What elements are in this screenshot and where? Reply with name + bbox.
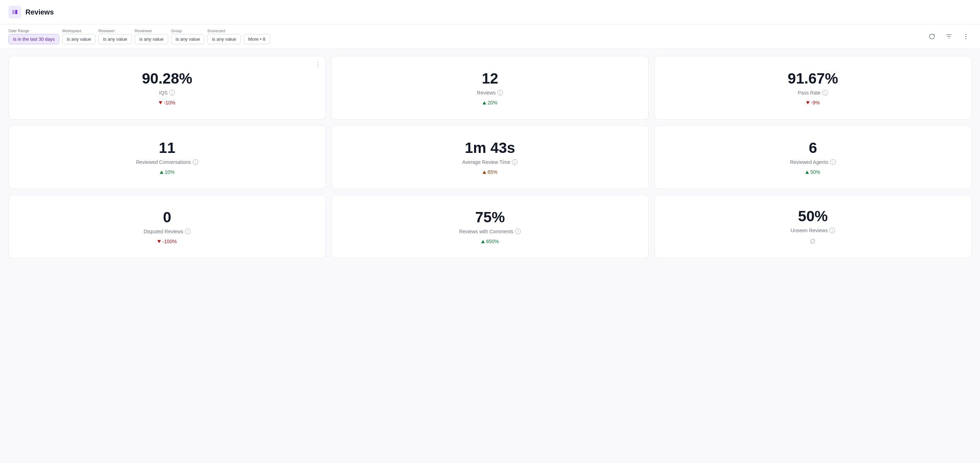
metric-change: 10% xyxy=(160,169,175,175)
reviewee-label: Reviewee xyxy=(135,29,168,33)
metric-label: Average Review Time i xyxy=(463,159,518,165)
svg-point-3 xyxy=(966,36,967,37)
scorecard-filter-group: Scorecard is any value xyxy=(207,29,241,44)
down-arrow-icon xyxy=(806,101,810,104)
metric-change: -10% xyxy=(159,100,175,105)
metric-value: 0 xyxy=(163,209,171,226)
svg-rect-1 xyxy=(15,10,18,14)
metric-value: 50% xyxy=(798,208,827,225)
filters-actions xyxy=(926,31,972,42)
up-arrow-icon xyxy=(160,171,163,174)
svg-point-2 xyxy=(966,34,967,35)
date-range-filter-group: Date Range is in the last 30 days xyxy=(8,29,59,44)
metric-card-pass-rate: 91.67% Pass Rate i -9% xyxy=(654,56,972,120)
metric-label: Disputed Reviews i xyxy=(143,229,191,234)
metric-card-iqs: ⋮ 90.28% IQS i -10% xyxy=(8,56,326,120)
metric-label: Pass Rate i xyxy=(798,90,828,96)
metric-change: 20% xyxy=(482,100,498,105)
scorecard-filter-button[interactable]: is any value xyxy=(207,34,241,44)
metric-value: 11 xyxy=(159,139,175,156)
info-icon[interactable]: i xyxy=(169,90,175,96)
metric-card-disputed-reviews: 0 Disputed Reviews i -100% xyxy=(8,195,326,259)
metric-label: Reviews with Comments i xyxy=(459,229,521,234)
metric-card-unseen-reviews: 50% Unseen Reviews i ∅ xyxy=(654,195,972,259)
up-arrow-icon xyxy=(482,171,486,174)
up-arrow-icon xyxy=(482,101,486,104)
app-header: Reviews xyxy=(0,0,980,24)
group-filter-group: Group is any value xyxy=(171,29,205,44)
reviewee-filter-group: Reviewee is any value xyxy=(135,29,168,44)
scorecard-label: Scorecard xyxy=(207,29,241,33)
info-icon[interactable]: i xyxy=(822,90,828,96)
metric-card-reviewed-conversations: 11 Reviewed Conversations i 10% xyxy=(8,125,326,189)
filter-options-button[interactable] xyxy=(943,31,955,42)
metric-change: 650% xyxy=(481,239,499,244)
metric-label: IQS i xyxy=(159,90,175,96)
metric-label: Reviewed Conversations i xyxy=(136,159,198,165)
reviewee-filter-button[interactable]: is any value xyxy=(135,34,168,44)
info-icon[interactable]: i xyxy=(192,159,198,165)
info-icon[interactable]: i xyxy=(830,159,836,165)
metric-change: 50% xyxy=(805,169,820,175)
reviewer-filter-group: Reviewer is any value xyxy=(98,29,132,44)
date-range-label: Date Range xyxy=(8,29,59,33)
metric-card-reviewed-agents: 6 Reviewed Agents i 50% xyxy=(654,125,972,189)
metrics-grid: ⋮ 90.28% IQS i -10% 12 Reviews i 20% 91.… xyxy=(0,49,980,265)
info-icon[interactable]: i xyxy=(512,159,517,165)
info-icon[interactable]: i xyxy=(498,90,503,96)
metric-value: 90.28% xyxy=(142,70,192,87)
metric-value: 75% xyxy=(475,209,505,226)
group-label: Group xyxy=(171,29,205,33)
down-arrow-icon xyxy=(159,101,162,104)
metric-value: 91.67% xyxy=(788,70,838,87)
info-icon[interactable]: i xyxy=(185,229,191,234)
metric-card-average-review-time: 1m 43s Average Review Time i 65% xyxy=(331,125,648,189)
workspace-filter-button[interactable]: is any value xyxy=(62,34,96,44)
metric-label: Unseen Reviews i xyxy=(791,228,835,233)
workspace-label: Workspace xyxy=(62,29,96,33)
filters-bar: Date Range is in the last 30 days Worksp… xyxy=(0,24,980,49)
card-menu-button[interactable]: ⋮ xyxy=(315,61,321,68)
more-options-button[interactable] xyxy=(960,31,972,42)
info-icon[interactable]: i xyxy=(829,228,835,233)
date-range-filter-button[interactable]: is in the last 30 days xyxy=(8,34,59,44)
page-title: Reviews xyxy=(25,8,54,16)
sidebar-toggle-button[interactable] xyxy=(8,6,21,18)
svg-point-4 xyxy=(966,38,967,39)
metric-change: 65% xyxy=(482,169,498,175)
group-filter-button[interactable]: is any value xyxy=(171,34,205,44)
refresh-button[interactable] xyxy=(926,31,937,42)
metric-label: Reviewed Agents i xyxy=(790,159,836,165)
metric-value: 12 xyxy=(482,70,498,87)
reviewer-label: Reviewer xyxy=(98,29,132,33)
metric-card-reviews-with-comments: 75% Reviews with Comments i 650% xyxy=(331,195,648,259)
metric-change: -100% xyxy=(158,239,177,244)
metric-change: ∅ xyxy=(810,238,816,245)
up-arrow-icon xyxy=(481,240,485,243)
metric-value: 1m 43s xyxy=(465,139,515,156)
down-arrow-icon xyxy=(158,240,161,243)
workspace-filter-group: Workspace is any value xyxy=(62,29,96,44)
metric-card-reviews: 12 Reviews i 20% xyxy=(331,56,648,120)
info-icon[interactable]: i xyxy=(515,229,521,234)
more-filters-button[interactable]: More • 8 xyxy=(243,34,270,44)
up-arrow-icon xyxy=(805,171,809,174)
metric-value: 6 xyxy=(809,139,817,156)
svg-rect-0 xyxy=(13,10,14,14)
metric-label: Reviews i xyxy=(477,90,503,96)
metric-change: -9% xyxy=(806,100,820,105)
reviewer-filter-button[interactable]: is any value xyxy=(98,34,132,44)
